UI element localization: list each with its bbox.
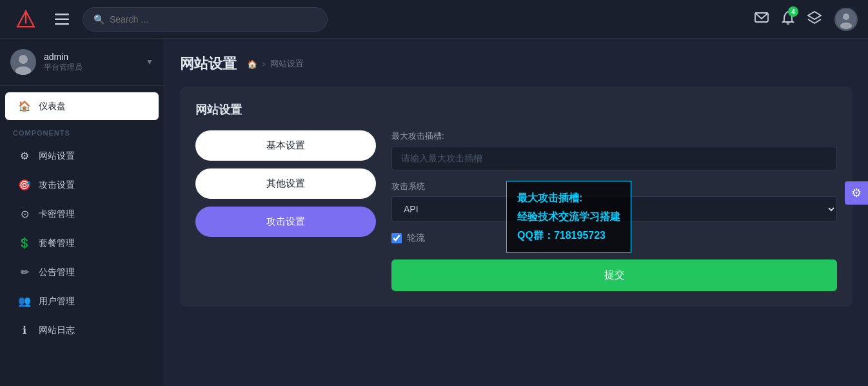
submit-button[interactable]: 提交 <box>391 259 837 291</box>
roundrobin-checkbox[interactable] <box>391 233 402 243</box>
card-title: 网站设置 <box>195 102 837 117</box>
watermark-line1: 最大攻击插槽: <box>517 189 620 208</box>
sidebar-item-user-management[interactable]: 👥 用户管理 <box>5 287 159 315</box>
sidebar-item-announcement-management[interactable]: ✏ 公告管理 <box>5 258 159 286</box>
svg-rect-4 <box>55 23 69 25</box>
nav-right: 4 <box>755 8 858 31</box>
mail-icon[interactable] <box>755 12 769 26</box>
sidebar-item-card-management[interactable]: ⊙ 卡密管理 <box>5 200 159 228</box>
sidebar-attack-settings-label: 攻击设置 <box>39 179 75 191</box>
components-section-label: COMPONENTS <box>0 121 164 141</box>
watermark-line2: 经验技术交流学习搭建 <box>517 208 620 227</box>
dashboard-icon: 🏠 <box>18 100 31 112</box>
tab-attack-settings[interactable]: 攻击设置 <box>195 207 376 237</box>
body-wrap: admin 平台管理员 ▼ 🏠 仪表盘 COMPONENTS ⚙ 网站设置 🎯 … <box>0 39 868 386</box>
tab-buttons: 基本设置 其他设置 攻击设置 <box>195 130 376 237</box>
sidebar-package-management-label: 套餐管理 <box>39 238 75 249</box>
svg-point-9 <box>843 14 849 20</box>
sidebar-website-settings-label: 网站设置 <box>39 150 75 162</box>
roundrobin-label: 轮流 <box>407 232 425 244</box>
top-nav: 🔍 4 <box>0 0 868 39</box>
svg-point-10 <box>840 23 852 29</box>
svg-point-12 <box>19 55 28 64</box>
sidebar-announcement-label: 公告管理 <box>39 267 75 278</box>
package-management-icon: 💲 <box>18 237 31 249</box>
sidebar-nav: 🏠 仪表盘 COMPONENTS ⚙ 网站设置 🎯 攻击设置 ⊙ 卡密管理 💲 … <box>0 86 164 350</box>
breadcrumb: 🏠 > 网站设置 <box>247 58 304 70</box>
website-settings-icon: ⚙ <box>18 150 31 162</box>
page-title: 网站设置 <box>180 54 237 74</box>
sidebar-item-website-settings[interactable]: ⚙ 网站设置 <box>5 142 159 170</box>
svg-marker-7 <box>808 12 821 19</box>
right-float-settings-button[interactable]: ⚙ <box>845 181 868 205</box>
page-header: 网站设置 🏠 > 网站设置 <box>180 54 853 74</box>
search-icon: 🔍 <box>94 14 104 25</box>
tab-basic-settings[interactable]: 基本设置 <box>195 130 376 161</box>
sidebar-item-site-log[interactable]: ℹ 网站日志 <box>5 316 159 344</box>
card-management-icon: ⊙ <box>18 208 31 220</box>
site-log-icon: ℹ <box>18 324 31 336</box>
tab-other-settings[interactable]: 其他设置 <box>195 168 376 199</box>
breadcrumb-home-icon[interactable]: 🏠 <box>247 59 257 69</box>
main-content: 网站设置 🏠 > 网站设置 网站设置 基本设置 其他设置 攻击设置 <box>164 39 868 386</box>
announcement-icon: ✏ <box>18 266 31 278</box>
user-name: admin <box>44 52 138 62</box>
sidebar-item-package-management[interactable]: 💲 套餐管理 <box>5 229 159 257</box>
user-info[interactable]: admin 平台管理员 ▼ <box>0 39 164 86</box>
notification-badge: 4 <box>788 6 798 17</box>
user-dropdown-arrow[interactable]: ▼ <box>146 57 153 66</box>
svg-rect-2 <box>55 14 69 15</box>
attack-settings-icon: 🎯 <box>18 179 31 191</box>
breadcrumb-separator: > <box>261 59 266 69</box>
user-role: 平台管理员 <box>44 62 138 73</box>
breadcrumb-current: 网站设置 <box>270 58 304 70</box>
svg-rect-3 <box>55 18 69 20</box>
watermark-line3: QQ群：718195723 <box>517 227 620 245</box>
user-details: admin 平台管理员 <box>44 52 138 73</box>
max-attack-label: 最大攻击插槽: <box>391 130 837 142</box>
max-attack-row: 最大攻击插槽: <box>391 130 837 170</box>
search-input[interactable] <box>110 14 317 25</box>
sidebar-item-dashboard[interactable]: 🏠 仪表盘 <box>5 92 159 120</box>
sidebar: admin 平台管理员 ▼ 🏠 仪表盘 COMPONENTS ⚙ 网站设置 🎯 … <box>0 39 164 386</box>
sidebar-item-attack-settings[interactable]: 🎯 攻击设置 <box>5 171 159 199</box>
notification-bell-icon[interactable]: 4 <box>782 10 794 28</box>
sidebar-site-log-label: 网站日志 <box>39 325 75 336</box>
user-avatar-nav[interactable] <box>834 8 858 31</box>
hamburger-button[interactable] <box>52 9 72 30</box>
svg-point-6 <box>787 23 789 25</box>
watermark-overlay: 最大攻击插槽: 经验技术交流学习搭建 QQ群：718195723 <box>506 181 631 253</box>
logo[interactable] <box>10 4 41 35</box>
layers-icon[interactable] <box>807 11 822 27</box>
sidebar-user-avatar <box>10 49 36 75</box>
search-bar[interactable]: 🔍 <box>83 7 328 32</box>
dashboard-label: 仪表盘 <box>39 101 66 112</box>
user-management-icon: 👥 <box>18 295 31 307</box>
sidebar-card-management-label: 卡密管理 <box>39 208 75 220</box>
sidebar-user-management-label: 用户管理 <box>39 296 75 307</box>
max-attack-input[interactable] <box>391 146 837 170</box>
